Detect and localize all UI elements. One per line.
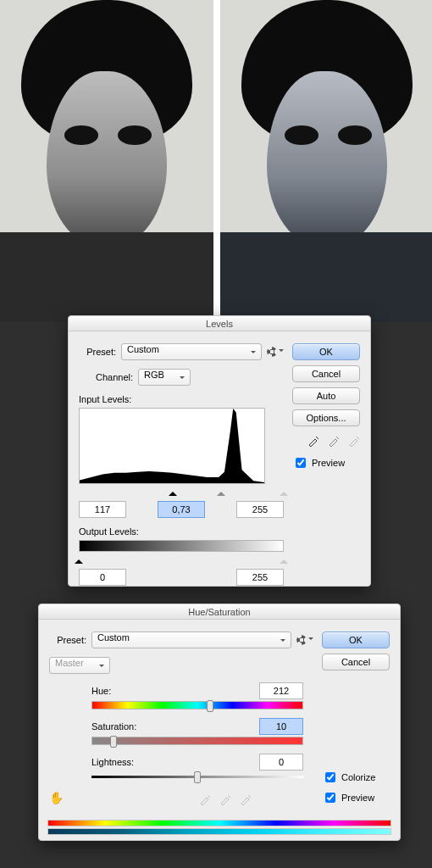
shadows-input[interactable]: 117 bbox=[79, 501, 126, 518]
midtone-slider[interactable] bbox=[217, 487, 225, 496]
auto-button[interactable]: Auto bbox=[292, 387, 360, 404]
hue-slider[interactable] bbox=[91, 701, 303, 709]
preset-label: Preset: bbox=[79, 347, 116, 357]
options-button[interactable]: Options... bbox=[292, 409, 360, 426]
photo-before bbox=[0, 0, 213, 322]
shadow-slider[interactable] bbox=[169, 487, 177, 496]
comparison-images bbox=[0, 0, 432, 322]
output-low-slider[interactable] bbox=[75, 555, 83, 564]
hs-ok-button[interactable]: OK bbox=[322, 632, 390, 648]
eyedropper-subtract-icon bbox=[240, 793, 252, 805]
saturation-label: Saturation: bbox=[91, 721, 136, 732]
hue-label: Hue: bbox=[91, 686, 111, 696]
chevron-down-icon bbox=[308, 637, 313, 643]
hand-icon[interactable] bbox=[49, 791, 64, 804]
output-low-input[interactable]: 0 bbox=[79, 569, 126, 586]
eyedropper-black-icon[interactable] bbox=[307, 435, 319, 447]
color-ramps bbox=[47, 820, 391, 835]
saturation-thumb[interactable] bbox=[110, 736, 117, 748]
saturation-input[interactable]: 10 bbox=[259, 718, 303, 735]
lightness-slider[interactable] bbox=[91, 776, 303, 778]
channel-select[interactable]: RGB bbox=[138, 369, 191, 386]
gear-icon bbox=[267, 347, 277, 357]
input-levels-label: Input Levels: bbox=[79, 394, 284, 404]
channel-label: Channel: bbox=[96, 372, 133, 382]
hs-preset-select[interactable]: Custom bbox=[91, 632, 291, 648]
eyedropper-add-icon bbox=[219, 793, 231, 805]
lightness-label: Lightness: bbox=[91, 757, 134, 767]
levels-dialog: Levels Preset: Custom Channel: RGB Input… bbox=[68, 315, 371, 587]
hs-preset-menu-button[interactable] bbox=[296, 635, 313, 645]
output-gradient[interactable] bbox=[79, 540, 284, 552]
hs-cancel-button[interactable]: Cancel bbox=[322, 654, 390, 670]
hue-input[interactable]: 212 bbox=[259, 682, 303, 699]
output-levels-label: Output Levels: bbox=[79, 526, 284, 537]
source-ramp bbox=[47, 820, 391, 826]
highlights-input[interactable]: 255 bbox=[236, 501, 284, 518]
input-sliders[interactable] bbox=[79, 486, 284, 496]
output-high-input[interactable]: 255 bbox=[236, 569, 284, 586]
preset-menu-button[interactable] bbox=[267, 347, 284, 357]
ok-button[interactable]: OK bbox=[292, 343, 360, 360]
scope-select: Master bbox=[49, 657, 110, 674]
lightness-thumb[interactable] bbox=[194, 771, 201, 783]
eyedropper-white-icon[interactable] bbox=[348, 435, 360, 447]
chevron-down-icon bbox=[279, 349, 284, 354]
hs-preview-checkbox[interactable]: Preview bbox=[322, 790, 390, 805]
huesat-title: Hue/Saturation bbox=[39, 604, 400, 620]
photo-after bbox=[220, 0, 432, 322]
hue-thumb[interactable] bbox=[207, 700, 213, 712]
eyedropper-gray-icon[interactable] bbox=[328, 435, 340, 447]
result-ramp bbox=[47, 828, 391, 835]
levels-title: Levels bbox=[69, 316, 370, 331]
eyedropper-icon bbox=[199, 793, 211, 805]
preset-select[interactable]: Custom bbox=[121, 343, 262, 360]
midtones-input[interactable]: 0,73 bbox=[158, 501, 205, 518]
lightness-input[interactable]: 0 bbox=[259, 754, 303, 771]
highlight-slider[interactable] bbox=[280, 487, 288, 496]
hs-preset-label: Preset: bbox=[49, 635, 86, 645]
gear-icon bbox=[296, 635, 307, 645]
svg-marker-0 bbox=[80, 409, 264, 483]
output-high-slider[interactable] bbox=[280, 555, 288, 564]
huesat-dialog: Hue/Saturation Preset: Custom Master bbox=[38, 604, 401, 841]
output-sliders[interactable] bbox=[79, 554, 284, 564]
histogram bbox=[79, 408, 265, 484]
saturation-slider[interactable] bbox=[91, 737, 303, 745]
colorize-checkbox[interactable]: Colorize bbox=[322, 770, 390, 785]
cancel-button[interactable]: Cancel bbox=[292, 365, 360, 382]
preview-checkbox[interactable]: Preview bbox=[292, 455, 360, 470]
